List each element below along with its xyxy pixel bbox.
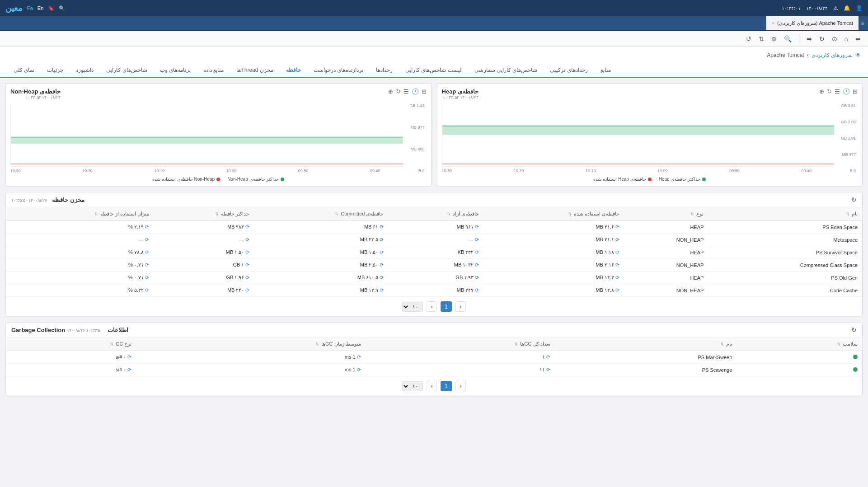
gc-page-1-btn[interactable]: 1 [441, 381, 452, 391]
nonheap-table-icon[interactable]: ⊞ [422, 88, 427, 95]
back-icon[interactable]: ⬅ [854, 34, 863, 43]
nav-tab-7[interactable]: حافظه [280, 63, 307, 78]
nonheap-add-icon[interactable]: ⊕ [388, 88, 393, 95]
nonheap-refresh-icon[interactable]: ↻ [396, 88, 401, 95]
nav-tab-4[interactable]: برنامه‌های وب [154, 63, 197, 78]
prev-page-btn[interactable]: ‹ [455, 301, 465, 312]
tab-apache-tomcat[interactable]: Apache Tomcat (سرورهای کاربردی) × [766, 16, 859, 31]
heap-used-dot [648, 178, 652, 181]
nav-tab-5[interactable]: منابع داده [197, 63, 230, 78]
heap-refresh-icon[interactable]: ↻ [827, 88, 832, 95]
tab-bar: ⊞ Apache Tomcat (سرورهای کاربردی) × [0, 16, 868, 31]
cell-percent: ⟳۷۸.۸ % [6, 246, 154, 259]
col-committed: حافظه‌ی Committed ⇅ [254, 207, 388, 221]
heap-menu-icon[interactable]: ☰ [835, 88, 840, 95]
sort-total-gc-icon[interactable]: ⇅ [514, 342, 518, 347]
heap-add-icon[interactable]: ⊕ [819, 88, 824, 95]
cell-percent: ⟳— [6, 234, 154, 246]
reload-icon[interactable]: ↺ [744, 34, 753, 43]
nav-tab-10[interactable]: لیست شاخص‌های کارایی [399, 63, 468, 78]
cell-total: ⟳۱۱ [366, 364, 555, 376]
nav-tab-12[interactable]: رخدادهای ترکیبی [544, 63, 594, 78]
nav-tab-11[interactable]: شاخص‌های کارایی سفارشی [468, 63, 544, 78]
nonheap-used-dot [216, 178, 220, 181]
per-page-select[interactable]: ۱۰ ۲۵ ۵۰ [402, 302, 423, 312]
nav-tab-8[interactable]: پردازنده‌های درخواست [307, 63, 370, 78]
sort-committed-icon[interactable]: ⇅ [335, 211, 338, 216]
svg-marker-1 [11, 137, 403, 144]
cell-type: NON_HEAP [624, 284, 708, 297]
bookmark-icon[interactable]: 🔖 [48, 5, 54, 11]
search-icon[interactable]: 🔍 [782, 34, 793, 43]
tab-close-button[interactable]: × [772, 21, 774, 26]
nav-tab-9[interactable]: رخدادها [370, 63, 399, 78]
forward-icon[interactable]: ➡ [805, 34, 814, 43]
cell-committed: ⟳۱.۵۰ MB [254, 246, 388, 259]
heap-table-icon[interactable]: ⊞ [853, 88, 858, 95]
breadcrumb-home[interactable]: سرورهای کاربردی [812, 52, 853, 58]
col-name: نام ⇅ [708, 207, 862, 221]
gc-header: ↻ اطلاعات Garbage Collection ۱۴۰۰/۸/۲۶ ۱… [6, 323, 862, 337]
memory-store-header: ↻ مخزن حافظه ۱۴۰۰/۸/۲۶ ۱۰:۳۵:۵۰ [6, 192, 862, 207]
cell-name: Compressed Class Space [708, 259, 862, 272]
cell-type: HEAP [624, 246, 708, 259]
nav-tab-6[interactable]: مخزن Thread‌ها [230, 63, 279, 78]
col-percent: میزان استفاده از حافظه ⇅ [6, 207, 154, 221]
nav-tabs: نمای کلیجزئیاتداشبوردشاخص‌های کاراییبرنا… [0, 63, 868, 78]
gc-next-btn[interactable]: › [427, 381, 436, 391]
nav-tab-1[interactable]: جزئیات [41, 63, 70, 78]
cell-free: ⟳۹۶۱ MB [388, 221, 483, 234]
gc-per-page-select[interactable]: ۱۰ ۲۵ [402, 381, 423, 391]
alert-icon[interactable]: ⚠ [833, 5, 838, 11]
nav-tab-3[interactable]: شاخص‌های کارایی [100, 63, 153, 78]
cell-max: ⟳۱.۹۶ GB [154, 272, 254, 284]
sort-avg-time-icon[interactable]: ⇅ [315, 342, 319, 347]
sort-percent-icon[interactable]: ⇅ [94, 211, 98, 216]
nonheap-chart-actions: ⊞ 🕐 ☰ ↻ ⊕ [388, 88, 427, 95]
next-page-btn[interactable]: › [427, 301, 436, 312]
col-type: نوع ⇅ [624, 207, 708, 221]
user-icon[interactable]: 👤 [856, 5, 863, 11]
search-icon[interactable]: 🔍 [59, 5, 65, 11]
cell-type: NON_HEAP [624, 259, 708, 272]
sort-max-icon[interactable]: ⇅ [215, 211, 219, 216]
sort-used-icon[interactable]: ⇅ [568, 211, 572, 216]
nav-tab-13[interactable]: منابع [594, 63, 617, 78]
home-icon[interactable]: ⌂ [843, 34, 850, 43]
memory-store-datetime: ۱۴۰۰/۸/۲۶ ۱۰:۳۵:۵۰ [11, 198, 47, 203]
nonheap-clock-icon[interactable]: 🕐 [412, 88, 419, 95]
lang-en[interactable]: En [38, 5, 43, 11]
bell-icon[interactable]: 🔔 [844, 5, 850, 11]
nav-tab-0[interactable]: نمای کلی [7, 63, 41, 78]
col-gc-rate: نرخ GC ⇅ [6, 337, 136, 351]
heap-max-dot [702, 178, 706, 181]
sort-free-icon[interactable]: ⇅ [447, 211, 450, 216]
refresh-icon[interactable]: ↻ [817, 34, 826, 43]
eye-icon: 👁 [855, 52, 861, 58]
heap-clock-icon[interactable]: 🕐 [843, 88, 850, 95]
top-bar: 👤 🔔 ⚠ ۱۴۰۰/۸/۲۴ ۱۰:۳۴:۰۱ 🔍 🔖 En Fa معین [0, 0, 868, 16]
history-icon[interactable]: ⊙ [830, 34, 839, 43]
cell-avg: ⟳1 ms [136, 351, 365, 364]
table-row: PS MarkSweep ⟳۱ ⟳1 ms ⟳۰ #/s [6, 351, 862, 364]
sort-type-icon[interactable]: ⇅ [690, 211, 694, 216]
filter-icon[interactable]: ⇅ [757, 34, 766, 43]
nav-tab-2[interactable]: داشبورد [70, 63, 100, 78]
cell-committed: ⟳۱۲.۹ MB [254, 284, 388, 297]
nonheap-menu-icon[interactable]: ☰ [404, 88, 409, 95]
gc-refresh-icon[interactable]: ↻ [851, 326, 857, 333]
page-1-btn[interactable]: 1 [441, 301, 452, 312]
cell-percent: ⟳۰.۲۱ % [6, 259, 154, 272]
sort-health-icon[interactable]: ⇅ [837, 342, 840, 347]
lang-fa[interactable]: Fa [27, 5, 33, 11]
gc-prev-btn[interactable]: ‹ [455, 381, 465, 391]
heap-chart-datetime: ۱۴۰۰/۸/۲۴ ۱۰:۳۳:۵۲ [442, 95, 479, 100]
sort-name-icon[interactable]: ⇅ [846, 211, 849, 216]
nonheap-chart-card: ⊞ 🕐 ☰ ↻ ⊕ حافظه‌ی Non-Heap ۱۴۰۰/۸/۲۴ ۱۰:… [5, 83, 432, 187]
sort-gc-rate-icon[interactable]: ⇅ [110, 342, 113, 347]
sort-gc-name-icon[interactable]: ⇅ [720, 342, 724, 347]
memory-store-refresh-icon[interactable]: ↻ [851, 196, 857, 203]
memory-store-pagination: ‹ 1 › ۱۰ ۲۵ ۵۰ [6, 297, 862, 316]
zoom-icon[interactable]: ⊕ [769, 34, 779, 43]
cell-health [737, 351, 862, 364]
